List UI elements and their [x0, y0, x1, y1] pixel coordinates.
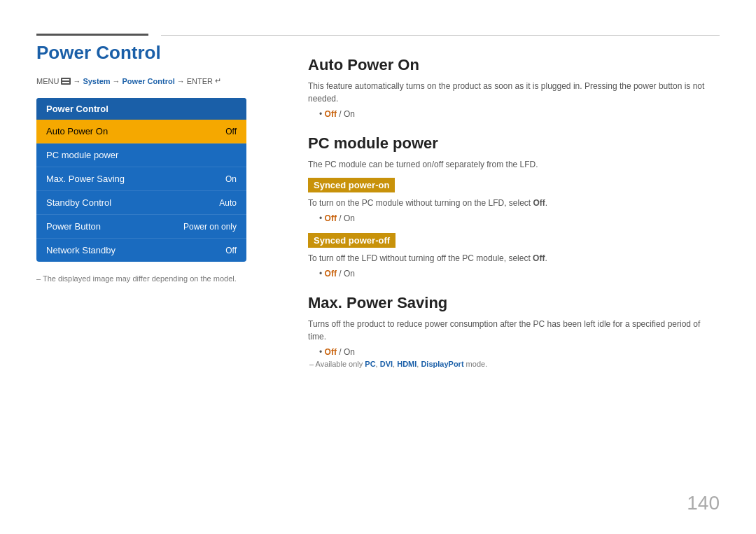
arrow-1: → [73, 77, 80, 85]
off-label: Off [325, 347, 337, 357]
menu-item-label: Auto Power On [46, 126, 108, 136]
system-link: System [83, 77, 110, 85]
note-displayport: DisplayPort [421, 360, 463, 368]
off-label: Off [325, 109, 337, 119]
section-desc-pc-module: The PC module can be turned on/off separ… [308, 158, 720, 171]
subsection-desc-synced-off: To turn off the LFD without turning off … [308, 252, 720, 265]
section-title-pc-module: PC module power [308, 134, 720, 153]
note-dvi: DVI [380, 360, 393, 368]
menu-item-value: On [225, 174, 237, 184]
power-control-link: Power Control [122, 77, 175, 85]
arrow-3: → [177, 77, 185, 85]
menu-icon [61, 78, 71, 85]
page-number: 140 [687, 492, 720, 514]
arrow-2: → [113, 77, 120, 85]
menu-item-value: Off [225, 246, 237, 255]
menu-item-label: Network Standby [46, 245, 115, 255]
menu-item-value: Power on only [183, 222, 237, 232]
bullet-auto-power-on: Off / On [319, 109, 720, 119]
section-title-max-power: Max. Power Saving [308, 294, 720, 312]
left-panel: Power Control MENU → System → Power Cont… [36, 42, 288, 283]
menu-label: MENU [36, 77, 59, 85]
menu-box-header: Power Control [36, 98, 246, 120]
section-pc-module: PC module power The PC module can be tur… [308, 134, 720, 279]
menu-item-auto-power-on[interactable]: Auto Power On Off [36, 120, 246, 143]
section-desc-auto-power-on: This feature automatically turns on the … [308, 80, 720, 105]
menu-path: MENU → System → Power Control → ENTER ↵ [36, 76, 288, 85]
section-title-auto-power-on: Auto Power On [308, 56, 720, 74]
section-max-power-saving: Max. Power Saving Turns off the product … [308, 294, 720, 368]
menu-item-value: Auto [219, 198, 237, 208]
menu-item-power-button[interactable]: Power Button Power on only [36, 215, 246, 239]
on-label: On [344, 109, 355, 119]
subsection-title-synced-on: Synced power-on [308, 178, 395, 192]
menu-item-standby-control[interactable]: Standby Control Auto [36, 191, 246, 215]
menu-item-label: Max. Power Saving [46, 174, 125, 184]
subsection-title-synced-off: Synced power-off [308, 233, 396, 248]
off-label: Off [325, 213, 337, 223]
menu-item-network-standby[interactable]: Network Standby Off [36, 239, 246, 262]
on-label: On [344, 269, 355, 279]
top-border-line [161, 35, 720, 36]
footnote: The displayed image may differ depending… [36, 274, 288, 283]
note-hdmi: HDMI [397, 360, 416, 368]
on-label: On [344, 347, 355, 357]
menu-item-max-power[interactable]: Max. Power Saving On [36, 167, 246, 191]
enter-icon: ↵ [215, 76, 221, 85]
note-max-power: Available only PC, DVI, HDMI, DisplayPor… [309, 360, 720, 368]
section-desc-max-power: Turns off the product to reduce power co… [308, 318, 720, 343]
section-auto-power-on: Auto Power On This feature automatically… [308, 56, 720, 119]
right-panel: Auto Power On This feature automatically… [308, 56, 720, 384]
page-title: Power Control [36, 42, 288, 64]
menu-item-pc-module[interactable]: PC module power [36, 143, 246, 167]
on-label: On [344, 213, 355, 223]
top-border-accent [36, 34, 148, 36]
menu-item-value: Off [225, 127, 237, 136]
enter-label: ENTER [187, 77, 213, 85]
menu-item-label: PC module power [46, 150, 118, 160]
subsection-desc-synced-on: To turn on the PC module without turning… [308, 197, 720, 209]
subsection-synced-on: Synced power-on To turn on the PC module… [308, 175, 720, 223]
menu-item-label: Power Button [46, 221, 101, 232]
off-label: Off [325, 269, 337, 279]
bullet-max-power: Off / On [319, 347, 720, 357]
subsection-synced-off: Synced power-off To turn off the LFD wit… [308, 230, 720, 279]
menu-item-label: Standby Control [46, 197, 111, 208]
menu-box: Power Control Auto Power On Off PC modul… [36, 98, 246, 262]
bullet-synced-off: Off / On [319, 269, 720, 279]
bullet-synced-on: Off / On [319, 213, 720, 223]
note-pc: PC [365, 360, 375, 368]
